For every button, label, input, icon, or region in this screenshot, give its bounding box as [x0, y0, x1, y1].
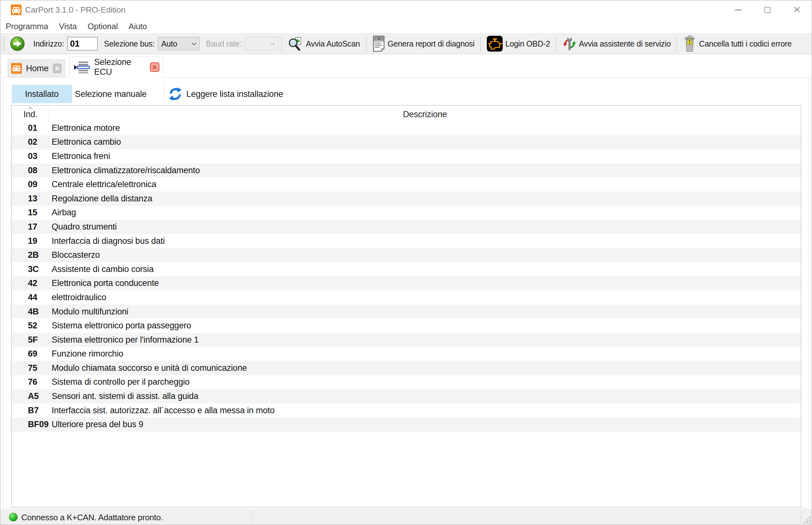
ecu-address-cell: 4B — [12, 307, 49, 317]
toolbar-drag-grip[interactable] — [3, 36, 5, 51]
table-row[interactable]: 03Elettronica freni — [12, 149, 801, 163]
table-row[interactable]: 19Interfaccia di diagnosi bus dati — [12, 234, 801, 248]
toolbar-separator — [556, 36, 556, 51]
autoscan-button[interactable]: Avvia AutoScan — [285, 34, 362, 53]
tab-ecu-close-button[interactable] — [150, 62, 159, 72]
chevron-down-icon — [270, 42, 275, 45]
ecu-address-cell: 75 — [12, 363, 49, 373]
ecu-address-cell: 09 — [12, 180, 49, 189]
tab-ecu-label: Selezione ECU — [94, 57, 145, 77]
status-bar: Connesso a K+CAN. Adattatore pronto. — [0, 509, 812, 525]
close-icon — [152, 65, 157, 70]
tab-home-label: Home — [26, 64, 48, 73]
table-row[interactable]: 52Sistema elettronico porta passeggero — [12, 318, 801, 333]
menu-item-vista[interactable]: Vista — [54, 19, 82, 33]
clear-error-codes-button[interactable]: Cancella tutti i codici errore — [680, 34, 794, 53]
address-label: Indirizzo: — [33, 39, 64, 48]
ecu-address-cell: 44 — [12, 292, 49, 302]
ecu-description-cell: Interfaccia di diagnosi bus dati — [49, 236, 165, 246]
table-row[interactable]: 13Regolazione della distanza — [12, 192, 801, 206]
read-install-list-button[interactable]: Leggere lista installazione — [168, 85, 283, 103]
subtab-selezione-manuale[interactable]: Selezione manuale — [72, 85, 149, 103]
ecu-address-cell: A5 — [12, 391, 49, 401]
tab-home[interactable]: Home — [8, 59, 65, 77]
toolbar-separator — [480, 36, 481, 51]
title-bar: CarPort 3.1.0 - PRO-Edition ✕ — [0, 0, 812, 19]
ecu-address-cell: 15 — [12, 208, 49, 217]
menu-bar: Programma Vista Optional Aiuto — [0, 19, 812, 33]
menu-item-aiuto[interactable]: Aiuto — [123, 19, 153, 33]
address-input[interactable] — [67, 37, 98, 50]
ecu-address-cell: 5F — [12, 335, 49, 345]
table-row[interactable]: B7Interfaccia sist. autorizzaz. all´acce… — [12, 403, 801, 418]
toolbar-separator — [281, 36, 282, 51]
table-row[interactable]: 76Sistema di controllo per il parcheggio — [12, 375, 801, 389]
table-row[interactable]: 08Elettronica climatizzatore/riscaldamen… — [12, 163, 801, 178]
service-assistant-button[interactable]: Avvia assistente di servizio — [560, 34, 673, 53]
table-row[interactable]: 01Elettronica motore — [12, 121, 801, 135]
table-row[interactable]: 4BModulo multifunzioni — [12, 305, 801, 319]
ecu-address-cell: 17 — [12, 222, 49, 232]
table-row[interactable]: 5FSistema elettronico per l'informazione… — [12, 333, 801, 347]
toolbar: Indirizzo: Selezione bus: Auto Baud rate… — [0, 33, 812, 54]
autoscan-label: Avvia AutoScan — [306, 39, 360, 48]
ecu-description-cell: Elettronica climatizzatore/riscaldamento — [49, 166, 200, 176]
ecu-description-cell: Assistente di cambio corsia — [49, 265, 154, 274]
tab-home-close-button[interactable] — [53, 64, 61, 73]
minimize-button[interactable] — [723, 0, 753, 19]
table-row[interactable]: 69Funzione rimorchio — [12, 347, 801, 361]
menu-item-optional[interactable]: Optional — [82, 19, 123, 33]
column-header-descrizione[interactable]: Descrizione — [49, 105, 801, 121]
ecu-address-cell: B7 — [12, 406, 49, 416]
maximize-button[interactable] — [753, 0, 782, 19]
ecu-description-cell: Centrale elettrica/elettronica — [49, 180, 156, 189]
start-button[interactable] — [10, 36, 25, 51]
ecu-description-cell: Bloccasterzo — [49, 250, 100, 260]
ecu-description-cell: Quadro strumenti — [49, 222, 117, 232]
ecu-description-cell: Elettronica freni — [49, 151, 110, 161]
ecu-address-cell: 69 — [12, 349, 49, 359]
ecu-address-cell: 08 — [12, 166, 49, 176]
table-row[interactable]: A5Sensori ant. sistemi di assist. alla g… — [12, 389, 801, 403]
column-header-ind[interactable]: Ind. — [12, 105, 49, 121]
ecu-description-cell: Modulo multifunzioni — [49, 307, 128, 317]
car-app-icon — [11, 4, 21, 15]
bus-selected-value: Auto — [161, 39, 177, 48]
ecu-address-cell: 01 — [12, 123, 49, 133]
table-row[interactable]: 15Airbag — [12, 206, 801, 220]
ecu-description-cell: Ulteriore presa del bus 9 — [49, 420, 143, 429]
ecu-address-cell: 03 — [12, 151, 49, 161]
table-header: Ind. Descrizione — [12, 105, 801, 121]
table-row[interactable]: 02Elettronica cambio — [12, 135, 801, 149]
baud-label: Baud rate: — [206, 39, 242, 48]
ecu-description-cell: Regolazione della distanza — [49, 194, 153, 204]
bus-select[interactable]: Auto — [158, 37, 200, 50]
ecu-list-icon — [74, 61, 90, 73]
window-title: CarPort 3.1.0 - PRO-Edition — [25, 0, 126, 19]
ecu-address-cell: 2B — [12, 250, 49, 260]
obd-login-button[interactable]: Login OBD-2 — [484, 34, 552, 53]
diagnosis-report-button[interactable]: OBD Genera report di diagnosi — [369, 34, 477, 53]
menu-item-programma[interactable]: Programma — [5, 19, 54, 33]
maximize-icon — [765, 7, 770, 13]
subtab-installato[interactable]: Installato — [12, 85, 72, 103]
resize-grip[interactable] — [804, 517, 811, 524]
table-row[interactable]: 75Modulo chiamata soccorso e unità di co… — [12, 361, 801, 375]
ecu-description-cell: Elettronica porta conducente — [49, 278, 159, 288]
ecu-address-cell: 19 — [12, 236, 49, 246]
table-row[interactable]: 2BBloccasterzo — [12, 248, 801, 262]
ecu-description-cell: Sistema di controllo per il parcheggio — [49, 377, 190, 387]
svg-text:OBD: OBD — [375, 37, 382, 41]
table-row[interactable]: BF09Ulteriore presa del bus 9 — [12, 417, 801, 432]
close-button[interactable]: ✕ — [782, 0, 812, 19]
table-row[interactable]: 09Centrale elettrica/elettronica — [12, 177, 801, 192]
ecu-table-body: 01Elettronica motore02Elettronica cambio… — [12, 121, 801, 432]
table-row[interactable]: 42Elettronica porta conducente — [12, 276, 801, 291]
table-row[interactable]: 3CAssistente di cambio corsia — [12, 262, 801, 276]
window-controls: ✕ — [723, 0, 812, 19]
tab-selezione-ecu[interactable]: Selezione ECU — [69, 56, 163, 78]
clear-error-codes-label: Cancella tutti i codici errore — [699, 39, 792, 48]
table-row[interactable]: 44elettroidraulico — [12, 290, 801, 305]
table-row[interactable]: 17Quadro strumenti — [12, 220, 801, 234]
baud-select[interactable] — [245, 37, 278, 50]
